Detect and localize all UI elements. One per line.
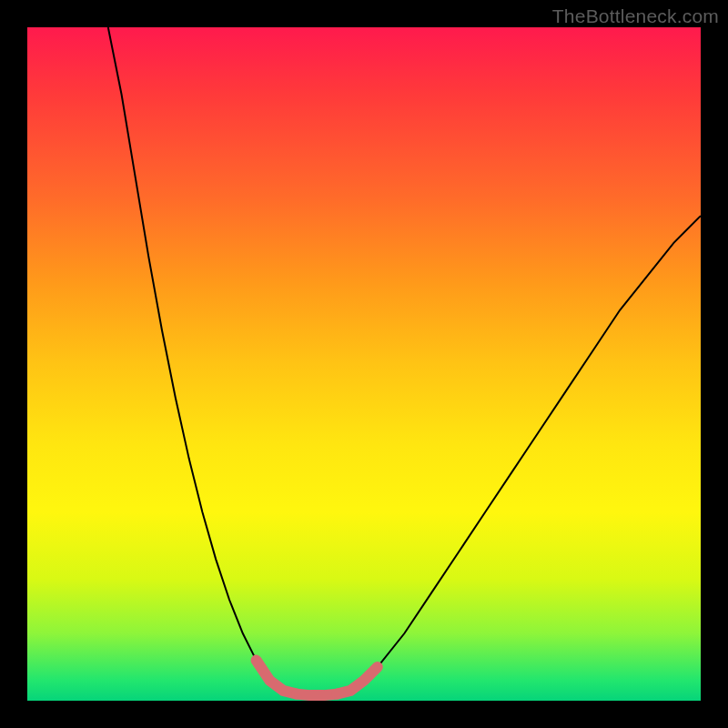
watermark-text: TheBottleneck.com [552,5,719,27]
right-branch-line [350,216,701,691]
curve-svg [27,27,701,701]
pink-trough-right [337,667,377,694]
plot-area [27,27,701,701]
left-branch-line [108,27,283,691]
chart-frame: TheBottleneck.com [0,0,728,728]
pink-trough-left [257,661,297,694]
pink-trough-bottom [297,694,337,696]
